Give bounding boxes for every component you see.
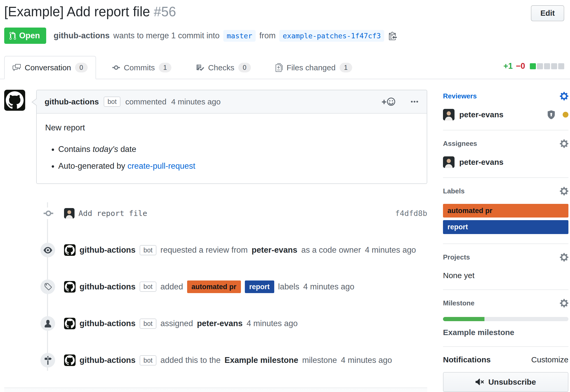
assignee-link[interactable]: peter-evans bbox=[197, 319, 242, 328]
copy-branch-icon[interactable] bbox=[389, 31, 397, 40]
discussion-sidebar: Reviewers peter-evans Assignees p bbox=[443, 79, 568, 392]
reviewers-title[interactable]: Reviewers bbox=[443, 92, 477, 100]
milestone-icon bbox=[40, 353, 55, 368]
pending-review-dot bbox=[563, 112, 568, 118]
peter-evans-avatar[interactable] bbox=[443, 156, 455, 168]
tab-count: 1 bbox=[159, 63, 171, 72]
comment-text: New report bbox=[45, 123, 418, 133]
gear-icon[interactable] bbox=[560, 139, 568, 149]
bot-badge: bot bbox=[104, 97, 121, 107]
file-diff-icon bbox=[276, 63, 283, 72]
kebab-menu-icon[interactable] bbox=[410, 97, 419, 106]
bot-badge: bot bbox=[140, 319, 157, 329]
diffstat-block bbox=[544, 63, 550, 69]
tab-conversation[interactable]: Conversation 0 bbox=[4, 56, 96, 79]
gear-icon[interactable] bbox=[560, 252, 568, 262]
tab-label: Commits bbox=[124, 63, 155, 72]
github-actions-avatar[interactable] bbox=[64, 244, 76, 256]
projects-empty-text: None yet bbox=[443, 271, 568, 280]
commit-sha-link[interactable]: f4dfd8b bbox=[395, 209, 427, 218]
label-chip-automated-pr[interactable]: automated pr bbox=[187, 280, 241, 293]
person-icon bbox=[40, 316, 55, 331]
comment-author-link[interactable]: github-actions bbox=[45, 97, 99, 106]
tab-checks[interactable]: Checks 0 bbox=[188, 56, 259, 79]
event-actor-link[interactable]: github-actions bbox=[80, 282, 136, 292]
milestone-title: Milestone bbox=[443, 299, 474, 307]
assignees-section: Assignees peter-evans bbox=[443, 130, 568, 178]
reviewer-link[interactable]: peter-evans bbox=[252, 245, 297, 255]
pr-state-label: Open bbox=[19, 31, 40, 40]
label-chip-automated-pr[interactable]: automated pr bbox=[443, 204, 568, 218]
notifications-title: Notifications bbox=[443, 355, 491, 364]
edit-button[interactable]: Edit bbox=[531, 5, 564, 21]
pr-author-link[interactable]: github-actions bbox=[54, 31, 110, 40]
peter-evans-avatar[interactable] bbox=[64, 208, 75, 219]
reviewer-row: peter-evans bbox=[443, 109, 568, 120]
bot-badge: bot bbox=[140, 355, 157, 365]
assignee-name-link[interactable]: peter-evans bbox=[459, 158, 503, 167]
event-actor-link[interactable]: github-actions bbox=[80, 356, 136, 365]
page-title: [Example] Add report file #56 bbox=[4, 4, 176, 20]
issue-comment: github-actions bot commented 4 minutes a… bbox=[4, 90, 427, 184]
commit-message-link[interactable]: Add report file bbox=[78, 209, 147, 218]
comment-body: New report Contains today's date Auto-ge… bbox=[37, 114, 427, 183]
tag-icon bbox=[40, 279, 55, 294]
label-chip-report[interactable]: report bbox=[245, 280, 274, 293]
add-reaction-icon[interactable] bbox=[381, 97, 395, 106]
event-timestamp[interactable]: 4 minutes ago bbox=[246, 319, 298, 328]
commit-row: Add report file f4dfd8b bbox=[4, 203, 427, 224]
review-event-row: github-actions bot requested a review fr… bbox=[4, 240, 427, 261]
github-actions-avatar[interactable] bbox=[64, 354, 76, 366]
tab-commits[interactable]: Commits 1 bbox=[104, 56, 180, 79]
diffstat-block bbox=[551, 63, 557, 69]
additions-count: +1 bbox=[503, 61, 513, 71]
comment-action-text: commented bbox=[125, 97, 166, 106]
reviewers-section: Reviewers peter-evans bbox=[443, 79, 568, 130]
tab-count: 0 bbox=[238, 63, 251, 72]
milestone-link[interactable]: Example milestone bbox=[225, 356, 298, 365]
git-commit-icon bbox=[40, 208, 56, 219]
pr-header: [Example] Add report file #56 Edit Open … bbox=[0, 0, 570, 44]
label-chip-report[interactable]: report bbox=[443, 220, 568, 234]
create-pull-request-link[interactable]: create-pull-request bbox=[128, 161, 195, 171]
milestone-event-row: github-actions bot added this to the Exa… bbox=[4, 350, 427, 371]
gear-icon[interactable] bbox=[560, 91, 568, 101]
notifications-section: Notifications Customize Unsubscribe You’… bbox=[443, 347, 568, 392]
tab-label: Conversation bbox=[25, 63, 71, 72]
milestone-name-link[interactable]: Example milestone bbox=[443, 328, 568, 337]
comment-timestamp[interactable]: 4 minutes ago bbox=[171, 97, 220, 106]
gear-icon[interactable] bbox=[560, 298, 568, 308]
pull-request-icon bbox=[9, 31, 16, 40]
unsubscribe-button[interactable]: Unsubscribe bbox=[443, 372, 568, 392]
deletions-count: −0 bbox=[516, 61, 525, 71]
mute-icon bbox=[476, 378, 484, 386]
pr-number: #56 bbox=[154, 4, 176, 19]
base-branch-chip[interactable]: master bbox=[223, 30, 256, 42]
event-actor-link[interactable]: github-actions bbox=[80, 319, 136, 328]
from-word: from bbox=[259, 31, 276, 40]
assignee-row: peter-evans bbox=[443, 156, 568, 168]
checklist-icon bbox=[196, 63, 204, 72]
comment-box: github-actions bot commented 4 minutes a… bbox=[36, 90, 427, 184]
assign-event-row: github-actions bot assigned peter-evans … bbox=[4, 313, 427, 334]
github-actions-avatar[interactable] bbox=[64, 281, 76, 293]
head-branch-chip[interactable]: example-patches-1f47cf3 bbox=[279, 30, 384, 42]
tab-files-changed[interactable]: Files changed 1 bbox=[267, 56, 361, 79]
reviewer-name-link[interactable]: peter-evans bbox=[459, 110, 503, 119]
conversation-icon bbox=[13, 63, 21, 72]
event-actor-link[interactable]: github-actions bbox=[80, 245, 136, 255]
tab-label: Checks bbox=[208, 63, 234, 72]
customize-link[interactable]: Customize bbox=[531, 355, 568, 364]
timeline: Add report file f4dfd8b github-actions b… bbox=[4, 203, 427, 371]
event-timestamp[interactable]: 4 minutes ago bbox=[365, 245, 416, 255]
pr-state-badge: Open bbox=[4, 28, 46, 44]
github-actions-avatar[interactable] bbox=[4, 90, 25, 111]
projects-title: Projects bbox=[443, 253, 470, 261]
gear-icon[interactable] bbox=[560, 186, 568, 196]
labels-section: Labels automated pr report bbox=[443, 178, 568, 244]
github-actions-avatar[interactable] bbox=[64, 318, 76, 329]
event-timestamp[interactable]: 4 minutes ago bbox=[341, 356, 392, 365]
event-timestamp[interactable]: 4 minutes ago bbox=[303, 282, 355, 292]
peter-evans-avatar[interactable] bbox=[443, 109, 455, 120]
assignees-title: Assignees bbox=[443, 140, 477, 148]
